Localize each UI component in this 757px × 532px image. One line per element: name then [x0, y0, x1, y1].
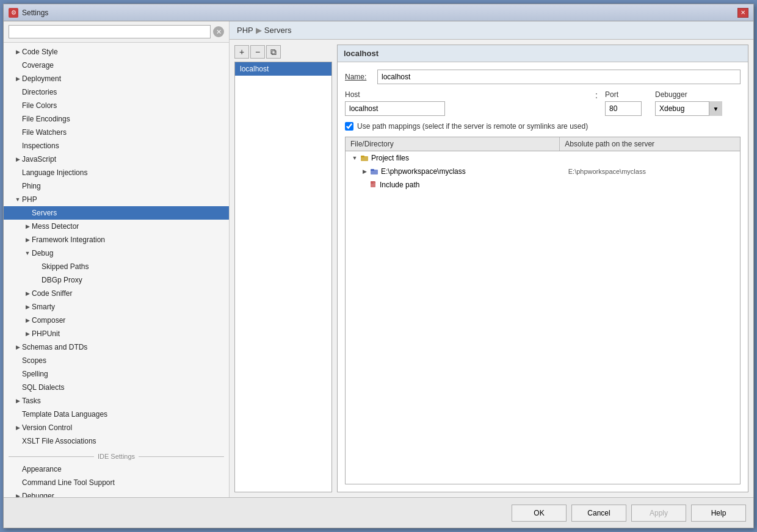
arrow-icon: ▶ [13, 423, 22, 432]
server-list-item[interactable]: localhost [235, 62, 331, 76]
name-row: Name: [345, 70, 741, 84]
table-header: File/Directory Absolute path on the serv… [346, 137, 740, 151]
sidebar-item-template-data-languages[interactable]: Template Data Languages [4, 408, 229, 421]
arrow-icon: ▶ [23, 289, 32, 298]
sidebar-item-xslt-file-assoc[interactable]: XSLT File Associations [4, 434, 229, 448]
sidebar-item-debugger[interactable]: ▶ Debugger [4, 489, 229, 497]
include-path-label: Include path [380, 181, 419, 189]
sidebar-item-coverage[interactable]: Coverage [4, 59, 229, 72]
svg-rect-1 [361, 156, 364, 157]
debugger-select[interactable]: Xdebug Zend Debugger [655, 101, 722, 116]
debugger-section: Debugger Xdebug Zend Debugger ▼ [655, 90, 741, 116]
apply-button[interactable]: Apply [631, 505, 686, 522]
server-path-cell [566, 184, 740, 186]
arrow-icon [13, 370, 22, 378]
ide-settings-divider: IDE Settings [4, 448, 229, 462]
file-name-cell: ▼ Project files [346, 153, 561, 164]
arrow-icon [33, 262, 42, 271]
help-button[interactable]: Help [691, 505, 746, 522]
port-input[interactable] [605, 101, 642, 116]
host-label: Host [345, 90, 588, 99]
panel-header: PHP ▶ Servers [230, 21, 753, 40]
sidebar-item-php[interactable]: ▼ PHP [4, 193, 229, 206]
name-input[interactable] [377, 70, 741, 84]
sidebar-item-phing[interactable]: Phing [4, 179, 229, 193]
sidebar-item-appearance[interactable]: Appearance [4, 462, 229, 476]
sidebar-item-label: Scopes [22, 356, 229, 365]
sidebar-item-phpunit[interactable]: ▶ PHPUnit [4, 327, 229, 340]
sidebar-item-skipped-paths[interactable]: Skipped Paths [4, 260, 229, 273]
sidebar-item-code-sniffer[interactable]: ▶ Code Sniffer [4, 287, 229, 300]
sidebar-item-label: PHPUnit [32, 329, 229, 338]
sidebar-item-directories[interactable]: Directories [4, 85, 229, 99]
arrow-icon [13, 88, 22, 96]
sidebar-item-label: Deployment [22, 74, 229, 83]
sidebar-item-composer[interactable]: ▶ Composer [4, 314, 229, 327]
sidebar-item-file-encodings[interactable]: File Encodings [4, 112, 229, 126]
arrow-icon [13, 437, 22, 445]
arrow-icon [13, 465, 22, 473]
arrow-icon: ▶ [13, 397, 22, 405]
add-server-button[interactable]: + [234, 45, 249, 59]
sidebar-item-label: File Watchers [22, 128, 229, 137]
sidebar-item-version-control[interactable]: ▶ Version Control [4, 421, 229, 434]
colon-sep: : [595, 90, 598, 101]
sidebar-item-deployment[interactable]: ▶ Deployment [4, 72, 229, 85]
project-files-label: Project files [371, 154, 409, 162]
sidebar-item-tasks[interactable]: ▶ Tasks [4, 394, 229, 408]
servers-panel: + − ⧉ localhost localhost [230, 40, 753, 497]
ide-settings-label: IDE Settings [98, 453, 135, 460]
sidebar-item-label: Smarty [32, 303, 229, 311]
sidebar-item-debug[interactable]: ▼ Debug [4, 246, 229, 260]
table-row[interactable]: ▶ E:\phpworkspace\myclass [346, 165, 740, 178]
sidebar-item-language-injections[interactable]: Language Injections [4, 166, 229, 179]
sidebar-item-label: Composer [32, 316, 229, 325]
table-row[interactable]: Include path [346, 178, 740, 192]
copy-server-button[interactable]: ⧉ [266, 45, 281, 59]
server-list-toolbar: + − ⧉ [234, 45, 332, 59]
sidebar-item-inspections[interactable]: Inspections [4, 139, 229, 153]
path-mapping-row: Use path mappings (select if the server … [345, 122, 741, 131]
search-row: ✕ [4, 21, 229, 43]
search-input[interactable] [9, 25, 211, 38]
host-input[interactable] [345, 101, 445, 116]
main-area: ✕ ▶ Code Style Coverage ▶ Deployment [4, 21, 753, 497]
server-list-panel: + − ⧉ localhost [234, 45, 332, 492]
folder-blue-icon [370, 167, 378, 176]
expand-icon: ▼ [23, 249, 32, 257]
col1-header: File/Directory [346, 137, 560, 151]
sidebar-item-file-watchers[interactable]: File Watchers [4, 126, 229, 139]
arrow-icon [33, 276, 42, 284]
close-button[interactable]: ✕ [737, 8, 748, 18]
sidebar-item-label: Framework Integration [32, 235, 229, 244]
sidebar-item-schemas-dtds[interactable]: ▶ Schemas and DTDs [4, 340, 229, 354]
sidebar-item-sql-dialects[interactable]: SQL Dialects [4, 381, 229, 394]
path-mapping-checkbox[interactable] [345, 122, 353, 131]
table-row[interactable]: ▼ Project files [346, 151, 740, 165]
arrow-icon: ▶ [13, 48, 22, 56]
sidebar-item-framework-integration[interactable]: ▶ Framework Integration [4, 233, 229, 246]
sidebar-item-spelling[interactable]: Spelling [4, 367, 229, 381]
debugger-select-wrap: Xdebug Zend Debugger ▼ [655, 101, 722, 116]
sidebar-item-label: JavaScript [22, 155, 229, 164]
sidebar-item-cmd-line-tool-support[interactable]: Command Line Tool Support [4, 476, 229, 489]
breadcrumb-php: PHP [237, 26, 253, 35]
content-area: ✕ ▶ Code Style Coverage ▶ Deployment [4, 21, 753, 528]
sidebar-item-label: Schemas and DTDs [22, 343, 229, 351]
sidebar-item-javascript[interactable]: ▶ JavaScript [4, 153, 229, 166]
sidebar-item-servers[interactable]: Servers [4, 206, 229, 220]
cancel-button[interactable]: Cancel [571, 505, 626, 522]
table-body: ▼ Project files [346, 151, 740, 484]
sidebar-item-mess-detector[interactable]: ▶ Mess Detector [4, 220, 229, 233]
sidebar-item-label: Appearance [22, 465, 229, 473]
search-clear-button[interactable]: ✕ [213, 26, 224, 37]
sidebar-item-dbgp-proxy[interactable]: DBGp Proxy [4, 273, 229, 287]
folder-icon [360, 154, 369, 162]
sidebar-item-smarty[interactable]: ▶ Smarty [4, 300, 229, 314]
remove-server-button[interactable]: − [250, 45, 265, 59]
sidebar-item-code-style[interactable]: ▶ Code Style [4, 45, 229, 59]
ok-button[interactable]: OK [512, 505, 567, 522]
sidebar-item-scopes[interactable]: Scopes [4, 354, 229, 367]
sidebar-item-file-colors[interactable]: File Colors [4, 99, 229, 112]
sidebar-item-label: Template Data Languages [22, 410, 229, 419]
